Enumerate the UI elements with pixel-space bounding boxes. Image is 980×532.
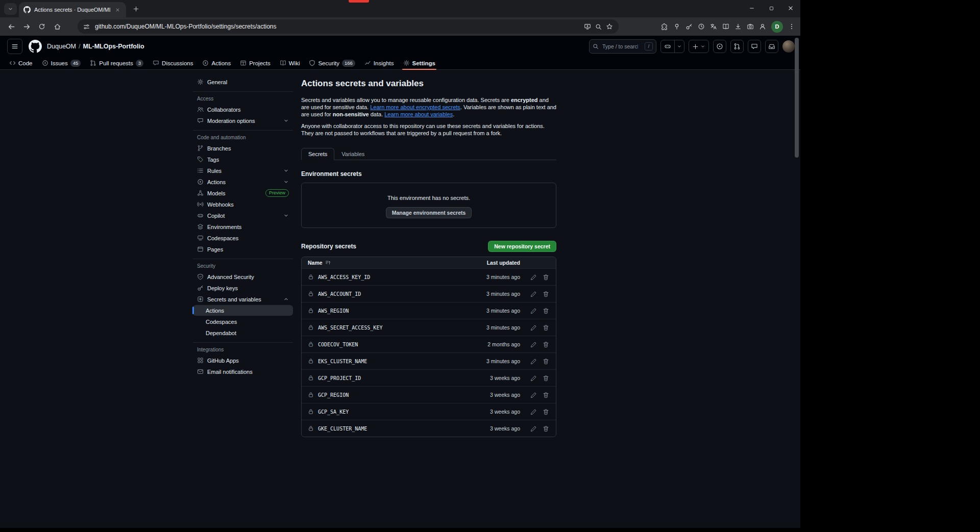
github-logo-icon[interactable] [29,40,42,53]
url-input[interactable] [94,22,580,31]
copilot-chevron-icon[interactable] [674,40,684,53]
new-tab-button[interactable] [130,3,142,15]
sidebar-subitem-actions[interactable]: Actions [193,305,293,316]
edit-secret-button[interactable] [530,324,537,332]
sidebar-item-secrets-and-variables[interactable]: Secrets and variables [193,294,293,305]
minimize-button[interactable] [742,0,762,16]
reload-button[interactable] [35,19,49,34]
tab-code[interactable]: Code [5,57,37,69]
copilot-button[interactable] [660,40,684,53]
sidebar-item-email-notifications[interactable]: Email notifications [193,366,293,377]
manage-environment-secrets-button[interactable]: Manage environment secrets [386,207,472,218]
forward-button[interactable] [19,19,34,34]
sidebar-subitem-codespaces[interactable]: Codespaces [193,316,293,327]
sidebar-item-collaborators[interactable]: Collaborators [193,104,293,115]
delete-secret-button[interactable] [542,374,550,382]
maximize-button[interactable] [762,0,781,16]
translate-icon[interactable] [710,23,717,30]
delete-secret-button[interactable] [542,324,550,332]
sidebar-item-pages[interactable]: Pages [193,244,293,255]
sidebar-item-branches[interactable]: Branches [193,143,293,154]
search-input[interactable] [601,43,639,50]
sidebar-item-advanced-security[interactable]: Advanced Security [193,271,293,282]
scrollbar-thumb[interactable] [795,38,799,158]
address-bar[interactable] [78,19,619,34]
tab-search-button[interactable] [4,3,17,15]
create-new-button[interactable] [689,40,709,53]
global-search-box[interactable]: / [589,39,656,54]
tab-insights[interactable]: Insights [360,57,398,69]
profile-switch-icon[interactable] [759,23,766,30]
sidebar-item-codespaces[interactable]: Codespaces [193,233,293,243]
delete-secret-button[interactable] [542,341,550,348]
sidebar-item-environments[interactable]: Environments [193,221,293,232]
extensions-icon[interactable] [660,23,668,31]
global-nav-menu-button[interactable] [7,39,22,54]
browser-profile-avatar[interactable]: D [771,21,783,33]
sidebar-item-moderation-options[interactable]: Moderation options [193,115,293,126]
delete-secret-button[interactable] [542,408,550,416]
reading-list-book-icon[interactable] [722,23,729,30]
bookmark-star-icon[interactable] [606,23,613,30]
history-clock-icon[interactable] [698,23,705,30]
delete-secret-button[interactable] [542,425,550,433]
delete-secret-button[interactable] [542,358,550,365]
edit-secret-button[interactable] [530,391,537,399]
tab-projects[interactable]: Projects [236,57,275,69]
new-repository-secret-button[interactable]: New repository secret [488,241,556,252]
edit-secret-button[interactable] [530,307,537,315]
downloads-icon[interactable] [734,23,742,30]
sidebar-item-github-apps[interactable]: GitHub Apps [193,355,293,366]
edit-secret-button[interactable] [530,290,537,298]
your-issues-button[interactable] [713,40,726,53]
send-to-device-icon[interactable] [584,23,591,30]
your-pull-requests-button[interactable] [730,40,744,53]
delete-secret-button[interactable] [542,307,550,315]
sidebar-item-general[interactable]: General [193,77,293,87]
pinned-extension-pin-icon[interactable] [673,23,680,30]
sidebar-item-tags[interactable]: Tags [193,154,293,165]
tab-actions[interactable]: Actions [198,57,235,69]
tab-issues[interactable]: Issues45 [38,57,85,69]
tab-close-icon[interactable] [114,6,121,14]
home-button[interactable] [50,19,64,34]
browser-menu-kebab-icon[interactable] [788,23,795,30]
breadcrumb-repo-link[interactable]: ML-MLOps-Portfolio [83,43,144,50]
tab-pull-requests[interactable]: Pull requests3 [86,57,148,69]
column-name[interactable]: Name [308,260,459,266]
delete-secret-button[interactable] [542,273,550,281]
sidebar-item-deploy-keys[interactable]: Deploy keys [193,283,293,293]
sidebar-item-webhooks[interactable]: Webhooks [193,199,293,210]
delete-secret-button[interactable] [542,391,550,399]
browser-tab[interactable]: Actions secrets · DuqueOM/ML [19,2,126,17]
tab-wiki[interactable]: Wiki [276,57,304,69]
sidebar-item-rules[interactable]: Rules [193,165,293,176]
notifications-inbox-button[interactable] [765,40,778,53]
zoom-icon[interactable] [595,23,602,30]
user-avatar[interactable] [782,40,795,53]
discussions-button[interactable] [748,40,761,53]
edit-secret-button[interactable] [530,374,537,382]
edit-secret-button[interactable] [530,341,537,348]
sidebar-item-copilot[interactable]: Copilot [193,210,293,221]
password-manager-key-icon[interactable] [685,23,693,30]
edit-secret-button[interactable] [530,408,537,416]
breadcrumb-owner-link[interactable]: DuqueOM [47,43,76,50]
variables-link[interactable]: Learn more about variables [384,111,453,117]
tab-variables[interactable]: Variables [334,148,372,160]
tab-settings[interactable]: Settings [399,57,439,69]
screenshot-camera-icon[interactable] [747,23,754,30]
sidebar-subitem-dependabot[interactable]: Dependabot [193,327,293,338]
edit-secret-button[interactable] [530,273,537,281]
site-settings-icon[interactable] [83,23,90,30]
tab-discussions[interactable]: Discussions [149,57,197,69]
tab-security[interactable]: Security166 [305,57,359,69]
tab-secrets[interactable]: Secrets [301,148,334,160]
encrypted-secrets-link[interactable]: Learn more about encrypted secrets [370,104,460,110]
delete-secret-button[interactable] [542,290,550,298]
edit-secret-button[interactable] [530,425,537,433]
sidebar-item-models[interactable]: ModelsPreview [193,188,293,198]
close-window-button[interactable] [781,0,800,16]
edit-secret-button[interactable] [530,358,537,365]
back-button[interactable] [4,19,18,34]
